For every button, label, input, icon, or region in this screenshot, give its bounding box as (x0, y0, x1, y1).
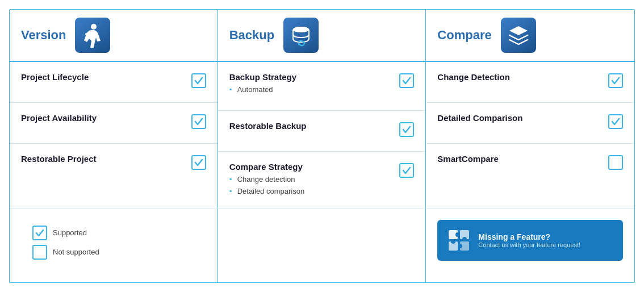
checkbox-checked (399, 163, 414, 178)
feature-content: SmartCompare (437, 154, 603, 166)
feature-title: Detailed Comparison (437, 113, 603, 123)
svg-point-0 (91, 24, 97, 30)
missing-feature-col: Missing a Feature? Contact us with your … (426, 209, 634, 282)
svg-point-10 (462, 237, 467, 241)
checkbox-checked (399, 73, 414, 88)
feature-row: Project Lifecycle (10, 62, 218, 103)
feature-content: Backup Strategy Automated (229, 72, 394, 96)
feature-content: Compare Strategy Change detection Detail… (229, 162, 394, 198)
bullet-item: Automated (229, 84, 394, 96)
missing-feature-banner[interactable]: Missing a Feature? Contact us with your … (437, 220, 623, 261)
legend-supported: Supported (32, 226, 195, 240)
checkbox-area (399, 121, 414, 137)
feature-row: Restorable Backup (218, 111, 426, 152)
feature-content: Project Availability (21, 113, 186, 125)
feature-row: Change Detection (426, 62, 634, 103)
checkbox-area (608, 72, 623, 88)
feature-bullets: Automated (229, 84, 394, 96)
svg-point-2 (293, 27, 309, 32)
header-compare: Compare (426, 10, 634, 61)
legend-not-supported: Not supported (32, 245, 195, 260)
feature-title: Compare Strategy (229, 162, 394, 172)
checkbox-checked (191, 73, 206, 88)
feature-row: Compare Strategy Change detection Detail… (218, 152, 426, 208)
version-icon (75, 18, 110, 53)
header-version-title: Version (21, 28, 66, 43)
legend-unchecked-icon (32, 245, 47, 260)
checkbox-checked (191, 155, 206, 170)
feature-table: Version Backup (9, 9, 635, 283)
checkbox-checked (191, 114, 206, 129)
col-compare: Change Detection Detailed Comparison (426, 62, 634, 208)
feature-title: Change Detection (437, 72, 603, 82)
bullet-item: Detailed comparison (229, 186, 394, 198)
legend-supported-label: Supported (53, 228, 87, 237)
header-version: Version (10, 10, 218, 61)
bottom-row: Supported Not supported (10, 208, 634, 282)
feature-content: Project Lifecycle (21, 72, 186, 84)
svg-point-8 (455, 232, 460, 237)
feature-row: Detailed Comparison (426, 103, 634, 144)
header-backup-title: Backup (229, 28, 274, 43)
feature-content: Restorable Project (21, 154, 186, 166)
col-backup: Backup Strategy Automated Restorable Bac… (218, 62, 426, 208)
table-header: Version Backup (10, 10, 634, 62)
header-backup: Backup (218, 10, 426, 61)
feature-content: Restorable Backup (229, 121, 394, 133)
feature-title: Backup Strategy (229, 72, 394, 82)
feature-row: Project Availability (10, 103, 218, 144)
legend-area: Supported Not supported (21, 214, 206, 271)
feature-title: Restorable Project (21, 154, 186, 164)
checkbox-checked (608, 73, 623, 88)
feature-title: Restorable Backup (229, 121, 394, 131)
checkbox-area (608, 113, 623, 129)
missing-feature-text: Missing a Feature? Contact us with your … (478, 232, 580, 248)
feature-row: Backup Strategy Automated (218, 62, 426, 111)
legend-checked-icon (32, 226, 47, 240)
svg-point-11 (458, 244, 462, 248)
checkbox-unchecked (608, 155, 623, 170)
checkbox-checked (608, 114, 623, 129)
legend-col: Supported Not supported (10, 209, 218, 282)
checkbox-area (191, 113, 206, 129)
feature-content: Change Detection (437, 72, 603, 84)
checkbox-area (399, 72, 414, 88)
feature-title: Project Availability (21, 113, 186, 123)
feature-title: SmartCompare (437, 154, 603, 164)
backup-icon (283, 18, 319, 53)
checkbox-area (191, 154, 206, 170)
feature-content: Detailed Comparison (437, 113, 603, 125)
compare-icon (501, 18, 536, 53)
feature-title: Project Lifecycle (21, 72, 186, 82)
table-body: Project Lifecycle Project Availability (10, 62, 634, 208)
checkbox-area (399, 162, 414, 178)
checkbox-checked (399, 122, 414, 137)
legend-not-supported-label: Not supported (53, 248, 99, 256)
missing-feature-title: Missing a Feature? (478, 232, 580, 241)
feature-row: Restorable Project (10, 144, 218, 185)
svg-point-9 (451, 239, 455, 244)
bullet-item: Change detection (229, 174, 394, 186)
col-version: Project Lifecycle Project Availability (10, 62, 218, 208)
missing-feature-subtitle: Contact us with your feature request! (478, 241, 580, 248)
checkbox-area (608, 154, 623, 170)
checkbox-area (191, 72, 206, 88)
empty-col (218, 209, 426, 282)
feature-row: SmartCompare (426, 144, 634, 185)
puzzle-icon (446, 228, 471, 253)
feature-bullets: Change detection Detailed comparison (229, 174, 394, 198)
header-compare-title: Compare (437, 28, 491, 43)
